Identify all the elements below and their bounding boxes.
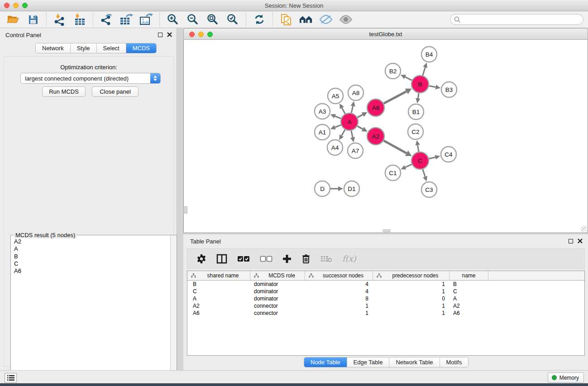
scrollbar-track[interactable] (170, 235, 177, 386)
float-panel-icon[interactable] (158, 33, 163, 37)
table-cell: 4 (305, 281, 373, 287)
graph-edge-A-A8[interactable] (351, 106, 353, 113)
graph-edge-A6-B[interactable] (384, 91, 406, 104)
import-table-icon[interactable] (73, 13, 86, 26)
table-cell: A (187, 295, 250, 302)
graph-node-label: C (418, 157, 422, 164)
deselect-all-icon[interactable] (260, 252, 272, 266)
table-toolbar: f(x) (187, 248, 585, 269)
tab-network[interactable]: Network (36, 43, 71, 53)
run-mcds-button[interactable]: Run MCDS (42, 86, 86, 97)
open-session-icon[interactable] (6, 13, 20, 26)
tab-edge-table[interactable]: Edge Table (347, 357, 390, 367)
export-table-icon[interactable] (120, 13, 133, 26)
table-row[interactable]: A2connector11A2 (187, 302, 584, 310)
tab-network-table[interactable]: Network Table (389, 357, 440, 367)
import-network-icon[interactable] (53, 13, 67, 26)
graph-node-label: B2 (389, 68, 397, 75)
graph-edge-B-B3[interactable] (429, 86, 436, 87)
graph-edge-B-B1[interactable] (418, 93, 419, 99)
graph-edge-A-A2[interactable] (358, 126, 363, 129)
table-cell: dominator (250, 288, 305, 295)
tab-select[interactable]: Select (97, 43, 126, 53)
horizontal-scrollbar-thumb[interactable] (383, 229, 390, 232)
refresh-icon[interactable] (253, 13, 266, 26)
table-cell: dominator (250, 281, 305, 287)
graph-edge-A-A7[interactable] (351, 131, 353, 138)
close-table-panel-icon[interactable] (578, 238, 583, 243)
close-panel-button[interactable]: Close panel (92, 86, 139, 97)
table-row[interactable]: Cdominator41C (187, 288, 584, 295)
memory-button[interactable]: Memory (548, 372, 584, 383)
column-header-MCDS-role[interactable]: MCDS role (250, 271, 305, 280)
table-panel-header: Table Panel (183, 234, 588, 246)
graph-node-label: C4 (445, 151, 453, 158)
graph-edge-A-A6[interactable] (358, 114, 363, 117)
export-image-icon[interactable] (139, 13, 153, 26)
zoom-selected-icon[interactable] (226, 13, 239, 26)
graph-edge-C-C3[interactable] (423, 169, 425, 176)
tab-style[interactable]: Style (71, 43, 97, 53)
column-header-predecessor-nodes[interactable]: predecessor nodes (373, 271, 449, 280)
table-cell: A (449, 295, 488, 302)
table-cell: B (449, 281, 488, 287)
column-header-successor-nodes[interactable]: successor nodes (305, 271, 373, 280)
table-cell: connector (250, 310, 305, 316)
hide-details-icon[interactable] (319, 13, 333, 26)
add-column-icon[interactable] (282, 252, 292, 266)
graph-arrowhead (423, 176, 427, 181)
table-row[interactable]: Adominator80A (187, 295, 584, 302)
home-icon[interactable] (299, 13, 313, 26)
graph-edge-A-A4[interactable] (342, 129, 345, 135)
graph-edge-A-A5[interactable] (342, 108, 345, 114)
delete-icon[interactable] (301, 252, 311, 266)
search-input[interactable] (450, 14, 583, 25)
save-session-icon[interactable] (26, 13, 40, 26)
delete-table-icon[interactable] (320, 252, 332, 266)
control-panel-tabs: NetworkStyleSelectMCDS (35, 43, 157, 53)
task-history-button[interactable] (5, 373, 17, 383)
table-row[interactable]: A6connector11A6 (187, 310, 584, 317)
tab-motifs[interactable]: Motifs (440, 357, 468, 367)
graph-edge-C-C1[interactable] (405, 164, 411, 167)
graph-edge-C-C4[interactable] (429, 157, 435, 159)
column-header-name[interactable]: name (449, 271, 488, 280)
optimization-criterion-select[interactable]: largest connected component (directed) (20, 73, 161, 84)
table-cell: 1 (305, 310, 373, 316)
desktop-background (0, 383, 588, 386)
vertical-scrollbar-thumb[interactable] (184, 206, 187, 214)
graph-edge-A2-C[interactable] (384, 141, 407, 153)
show-details-icon[interactable] (339, 13, 353, 26)
column-header-shared-name[interactable]: shared name (187, 271, 250, 280)
graph-edge-A-A1[interactable] (335, 125, 341, 127)
select-all-icon[interactable] (237, 252, 250, 266)
graph-edge-A-A3[interactable] (335, 116, 341, 119)
network-canvas[interactable]: B4B2BB3A8A5A6A3B1AA1C2A2A4A7C4CC1C3DD1 (183, 40, 588, 233)
resize-grip[interactable] (581, 226, 587, 232)
table-cell: A2 (449, 303, 488, 309)
close-panel-icon[interactable] (167, 32, 172, 37)
table-cell: A6 (449, 310, 488, 316)
graph-arrowhead (435, 155, 440, 159)
tab-mcds[interactable]: MCDS (126, 43, 156, 53)
graph-node-label: D1 (348, 186, 355, 192)
duplicate-network-icon[interactable] (279, 13, 293, 26)
graph-edge-C-C2[interactable] (418, 145, 419, 152)
graph-arrowhead (423, 62, 427, 68)
search-icon (454, 16, 461, 24)
mcds-result-item: B (14, 253, 170, 260)
zoom-out-icon[interactable] (186, 13, 200, 26)
graph-node-label: D (320, 186, 325, 192)
zoom-in-icon[interactable] (166, 13, 180, 26)
graph-node-label: A3 (319, 108, 326, 115)
function-builder-icon[interactable]: f(x) (342, 254, 356, 263)
tab-node-table[interactable]: Node Table (304, 357, 347, 367)
export-network-icon[interactable] (100, 13, 113, 26)
float-table-panel-icon[interactable] (569, 239, 573, 243)
zoom-fit-icon[interactable] (206, 13, 220, 26)
split-panel-icon[interactable] (216, 252, 227, 266)
graph-edge-B-B2[interactable] (405, 77, 412, 80)
table-row[interactable]: Bdominator41B (187, 281, 584, 288)
graph-edge-B-B4[interactable] (423, 67, 425, 76)
gear-icon[interactable] (196, 252, 206, 266)
